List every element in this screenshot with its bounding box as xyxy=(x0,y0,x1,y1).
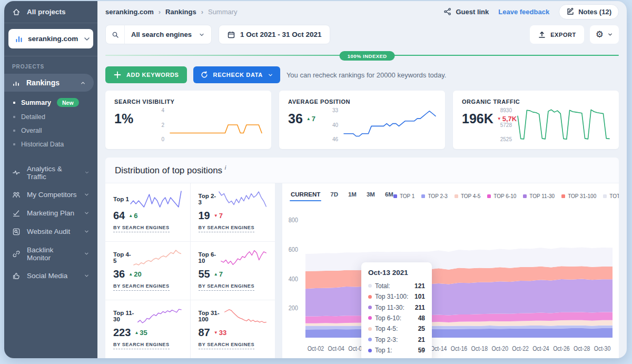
tab-7d[interactable]: 7D xyxy=(330,191,338,201)
sidebar-item-rankings[interactable]: Rankings xyxy=(4,74,94,92)
mini-card-label: Top 31-100 xyxy=(199,310,224,322)
tooltip-row: Top 6-10: 48 xyxy=(368,313,425,323)
distribution-section: Distribution of top positions i Top 1 64… xyxy=(105,158,619,358)
tab-1m[interactable]: 1M xyxy=(348,191,357,201)
project-name: seranking.com xyxy=(28,35,78,43)
sparkline xyxy=(130,190,182,208)
metric-chart: 893057282525 xyxy=(498,107,610,142)
mini-card-label: Top 4-5 xyxy=(113,251,133,264)
legend-item-top-4-5[interactable]: TOP 4-5 xyxy=(455,193,480,199)
tooltip-dot-icon xyxy=(368,349,372,352)
tooltip-row-label: Top 4-5: xyxy=(375,325,398,332)
project-chart-icon xyxy=(15,35,23,43)
tab-3m[interactable]: 3M xyxy=(367,191,375,201)
guest-link-button[interactable]: Guest link xyxy=(443,7,489,16)
tab-current[interactable]: CURRENT xyxy=(291,191,320,201)
by-search-engines-link[interactable]: BY SEARCH ENGINES xyxy=(199,283,255,291)
date-range-picker[interactable]: 1 Oct 2021 - 31 Oct 2021 xyxy=(219,25,330,44)
tab-6m[interactable]: 6M xyxy=(385,191,393,201)
notes-button[interactable]: Notes (12) xyxy=(559,4,619,19)
note-edit-icon xyxy=(566,7,575,16)
svg-text:Oct-04: Oct-04 xyxy=(328,345,344,352)
search-engines-value: All search engines xyxy=(125,31,192,38)
sparkline xyxy=(224,307,267,325)
by-search-engines-link[interactable]: BY SEARCH ENGINES xyxy=(199,225,255,232)
legend-item-total[interactable]: TOTAL xyxy=(603,193,619,199)
legend-swatch-icon xyxy=(421,194,425,198)
nav-item-label: Analytics & Traffic xyxy=(27,165,78,181)
info-icon[interactable]: i xyxy=(225,164,226,171)
sidebar-item-all-projects[interactable]: All projects xyxy=(4,1,97,23)
tooltip-row-label: Top 31-100: xyxy=(375,293,408,300)
chevron-down-icon xyxy=(199,32,205,38)
bullet-icon xyxy=(13,116,15,118)
area-band-top-1 xyxy=(305,328,613,338)
add-keywords-button[interactable]: ADD KEYWORDS xyxy=(105,66,187,83)
legend-swatch-icon xyxy=(487,194,491,198)
mini-card-top-4-5: Top 4-5 36 ▲20 BY SEARCH ENGINES xyxy=(105,242,191,300)
breadcrumb-separator: › xyxy=(201,8,203,16)
legend-item-top-2-3[interactable]: TOP 2-3 xyxy=(421,193,447,199)
sidebar-item-marketing-plan[interactable]: Marketing Plan xyxy=(4,204,97,222)
svg-text:200: 200 xyxy=(289,304,299,312)
breadcrumb-rankings[interactable]: Rankings xyxy=(165,8,196,16)
sparkline xyxy=(220,249,267,267)
by-search-engines-link[interactable]: BY SEARCH ENGINES xyxy=(113,225,170,232)
settings-button[interactable]: ⚙ xyxy=(590,25,619,44)
breadcrumb-seranking.com[interactable]: seranking.com xyxy=(105,8,154,16)
sidebar-item-website-audit[interactable]: Website Audit xyxy=(4,222,97,241)
sidebar-item-social-media[interactable]: Social Media xyxy=(4,267,97,285)
legend-swatch-icon xyxy=(393,194,397,198)
search-engines-select[interactable]: All search engines xyxy=(105,25,212,44)
main-content: seranking.com›Rankings›Summary Guest lin… xyxy=(97,1,627,358)
tooltip-row: Total: 121 xyxy=(368,281,425,291)
sidebar-item-analytics-traffic[interactable]: Analytics & Traffic xyxy=(4,160,97,185)
recheck-data-button[interactable]: RECHECK DATA xyxy=(193,66,280,83)
chart-tooltip: Oct-13 2021 Total: 121 Top 31-100: 101 T… xyxy=(361,262,432,358)
mini-card-value: 36 ▲20 xyxy=(113,268,182,280)
actions-row: ADD KEYWORDS RECHECK DATA You can rechec… xyxy=(105,66,619,83)
svg-text:Oct-22: Oct-22 xyxy=(512,345,528,352)
audit-icon xyxy=(12,228,21,236)
chevron-down-icon xyxy=(84,229,90,234)
add-keywords-label: ADD KEYWORDS xyxy=(126,72,179,78)
sidebar-subitem-overall[interactable]: Overall xyxy=(4,124,97,137)
metric-chart: 420 xyxy=(150,107,263,142)
leave-feedback-link[interactable]: Leave feedback xyxy=(498,8,549,16)
mini-card-top-2-3: Top 2-3 19 ▼7 BY SEARCH ENGINES xyxy=(191,183,275,241)
svg-text:400: 400 xyxy=(289,274,299,282)
project-select[interactable]: seranking.com xyxy=(8,29,93,48)
by-search-engines-link[interactable]: BY SEARCH ENGINES xyxy=(113,342,170,349)
sidebar-item-backlink-monitor[interactable]: Backlink Monitor xyxy=(4,241,97,267)
sidebar-item-my-competitors[interactable]: My Competitors xyxy=(4,185,97,204)
mini-card-value: 64 ▲6 xyxy=(113,210,182,222)
legend-item-top-1[interactable]: TOP 1 xyxy=(393,193,415,199)
metrics-row: SEARCH VISIBILITY 1% 420 AVERAGE POSITIO… xyxy=(105,91,619,149)
sidebar-subitem-historical-data[interactable]: Historical Data xyxy=(4,137,97,151)
indexed-progress: 100% INDEXED xyxy=(105,51,619,60)
legend-item-top-11-30[interactable]: TOP 11-30 xyxy=(523,193,555,199)
sidebar-subitem-summary[interactable]: Summary New xyxy=(4,95,97,110)
svg-text:Oct-30: Oct-30 xyxy=(594,345,610,352)
sidebar-subitem-detailed[interactable]: Detailed xyxy=(4,110,97,124)
tooltip-title: Oct-13 2021 xyxy=(368,269,425,277)
legend-swatch-icon xyxy=(603,194,607,198)
topbar-right: Guest link Leave feedback Notes (12) xyxy=(443,4,619,19)
chart-area[interactable]: 200400600800Oct-02Oct-04Oct-06Oct-08Oct-… xyxy=(282,204,619,358)
gear-icon: ⚙ xyxy=(596,29,604,40)
arrow-up-icon: ▲ xyxy=(134,330,139,335)
export-button[interactable]: EXPORT xyxy=(530,25,584,44)
subitem-label: Detailed xyxy=(21,113,45,121)
chart-legend: TOP 1 TOP 2-3 TOP 4-5 TOP 6-10 TOP 11-30… xyxy=(393,193,619,199)
by-search-engines-link[interactable]: BY SEARCH ENGINES xyxy=(113,283,170,291)
legend-item-top-6-10[interactable]: TOP 6-10 xyxy=(487,193,516,199)
arrow-down-icon: ▼ xyxy=(214,213,218,218)
legend-item-top-31-100[interactable]: TOP 31-100 xyxy=(561,193,596,199)
by-search-engines-link[interactable]: BY SEARCH ENGINES xyxy=(199,342,255,349)
stacked-area-chart[interactable]: 200400600800Oct-02Oct-04Oct-06Oct-08Oct-… xyxy=(282,204,619,358)
tooltip-row-value: 59 xyxy=(418,347,425,354)
chevron-up-icon xyxy=(80,80,86,86)
search-icon-box[interactable] xyxy=(106,25,125,44)
pulse-icon xyxy=(12,169,21,177)
plus-icon xyxy=(113,71,122,79)
